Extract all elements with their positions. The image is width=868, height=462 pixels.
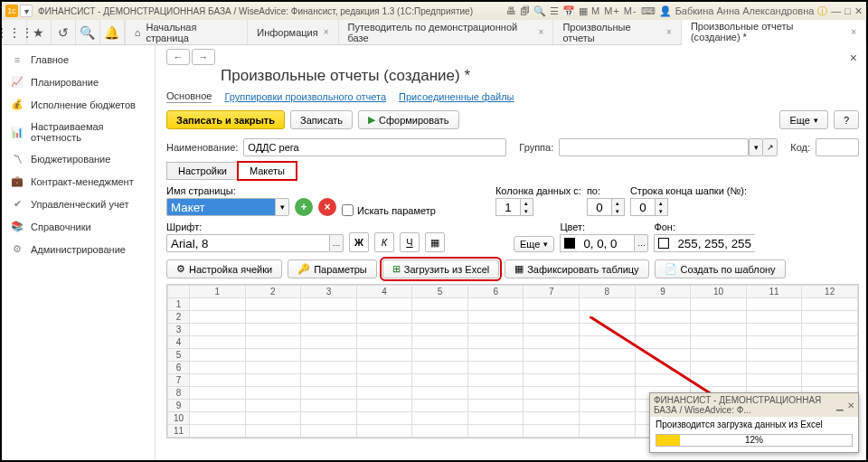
template-button[interactable]: 📄Создать по шаблону — [655, 259, 786, 278]
grid-cell[interactable] — [356, 387, 412, 400]
grid-cell[interactable] — [580, 349, 636, 362]
col-header[interactable]: 8 — [580, 286, 636, 298]
up-icon[interactable]: ▴ — [656, 199, 667, 207]
tb-icon-calc[interactable]: ⌨ — [641, 5, 656, 17]
tab-info[interactable]: Информация × — [248, 20, 338, 44]
grid-cell[interactable] — [301, 311, 357, 324]
code-input[interactable] — [816, 138, 859, 156]
grid-cell[interactable] — [190, 311, 246, 324]
grid-cell[interactable] — [691, 349, 747, 362]
history-icon[interactable]: ↺ — [52, 20, 76, 44]
row-header[interactable]: 6 — [168, 362, 190, 374]
grid-cell[interactable] — [356, 298, 412, 311]
grid-cell[interactable] — [356, 374, 412, 387]
grid-cell[interactable] — [524, 349, 580, 362]
grid-cell[interactable] — [580, 387, 636, 400]
chevron-down-icon[interactable]: ▾ — [275, 198, 289, 216]
grid-cell[interactable] — [245, 425, 301, 438]
grid-cell[interactable] — [301, 298, 357, 311]
more-button[interactable]: Еще▾ — [779, 110, 827, 129]
grid-cell[interactable] — [691, 311, 747, 324]
fill-button[interactable]: ▦ — [425, 232, 445, 252]
save-button[interactable]: Записать — [290, 110, 353, 129]
subnav-files[interactable]: Присоединенные файлы — [399, 91, 514, 102]
ellipsis-icon[interactable]: … — [634, 234, 648, 252]
more2-button[interactable]: Еще▾ — [514, 236, 554, 252]
tab-layouts[interactable]: Макеты — [238, 162, 297, 180]
grid-cell[interactable] — [190, 362, 246, 374]
grid-cell[interactable] — [524, 412, 580, 425]
col-header[interactable]: 9 — [635, 286, 691, 298]
row-header[interactable]: 2 — [168, 311, 190, 324]
grid-cell[interactable] — [245, 387, 301, 400]
up-icon[interactable]: ▴ — [612, 199, 624, 207]
tb-icon-1[interactable]: 🖶 — [506, 5, 516, 16]
fix-table-button[interactable]: ▦Зафиксировать таблицу — [505, 259, 648, 278]
grid-cell[interactable] — [746, 349, 802, 362]
tab-close-icon[interactable]: × — [539, 27, 544, 37]
grid-cell[interactable] — [412, 425, 468, 438]
underline-button[interactable]: Ч — [400, 232, 420, 252]
row-header[interactable]: 10 — [168, 412, 190, 425]
grid-cell[interactable] — [356, 349, 412, 362]
grid-cell[interactable] — [746, 311, 802, 324]
grid-cell[interactable] — [412, 412, 468, 425]
page-close-icon[interactable]: × — [850, 51, 857, 65]
tab-reports-create[interactable]: Произвольные отчеты (создание) * × — [682, 20, 866, 45]
grid-cell[interactable] — [301, 425, 357, 438]
tb-icon-3[interactable]: 🔍 — [533, 5, 546, 17]
tab-home[interactable]: ⌂ Начальная страница — [125, 20, 248, 44]
apps-icon[interactable]: ⋮⋮⋮ — [2, 20, 27, 44]
max-icon[interactable]: □ — [844, 5, 851, 16]
grid-cell[interactable] — [635, 298, 691, 311]
row-header[interactable]: 7 — [168, 374, 190, 387]
col-header[interactable]: 10 — [691, 286, 747, 298]
row-header[interactable]: 4 — [168, 336, 190, 349]
grid-cell[interactable] — [580, 400, 636, 412]
back-button[interactable]: ← — [166, 49, 190, 65]
grid-cell[interactable] — [467, 387, 524, 400]
color-input[interactable] — [580, 234, 634, 252]
grid-cell[interactable] — [802, 336, 858, 349]
row-header[interactable]: 9 — [168, 400, 190, 412]
grid-cell[interactable] — [635, 349, 691, 362]
search-param-check[interactable]: Искать параметр — [342, 204, 436, 216]
grid-cell[interactable] — [635, 374, 691, 387]
add-page-button[interactable]: + — [295, 198, 313, 216]
grid-cell[interactable] — [691, 324, 747, 336]
col-header[interactable]: 5 — [412, 286, 468, 298]
grid-cell[interactable] — [746, 336, 802, 349]
sidebar-item-planning[interactable]: 📈Планирование — [2, 71, 155, 93]
grid-cell[interactable] — [245, 324, 301, 336]
col-header[interactable]: 2 — [245, 286, 301, 298]
grid-cell[interactable] — [746, 362, 802, 374]
tab-close-icon[interactable]: × — [324, 27, 329, 37]
grid-cell[interactable] — [356, 311, 412, 324]
subnav-main[interactable]: Основное — [166, 90, 212, 103]
grid-cell[interactable] — [524, 387, 580, 400]
grid-cell[interactable] — [580, 425, 636, 438]
grid-cell[interactable] — [301, 362, 357, 374]
grid-cell[interactable] — [412, 349, 468, 362]
grid-cell[interactable] — [245, 362, 301, 374]
subnav-groupings[interactable]: Группировки произвольного отчета — [224, 91, 386, 102]
page-name-select[interactable]: ▾ — [166, 198, 289, 216]
close-icon[interactable]: ✕ — [854, 5, 863, 17]
header-end-input[interactable] — [630, 198, 656, 216]
grid-cell[interactable] — [356, 400, 412, 412]
up-icon[interactable]: ▴ — [521, 199, 533, 207]
popup-min-icon[interactable]: ▁ — [836, 401, 844, 410]
grid-cell[interactable] — [356, 362, 412, 374]
tab-close-icon[interactable]: × — [851, 27, 856, 37]
grid-cell[interactable] — [412, 362, 468, 374]
grid-cell[interactable] — [301, 412, 357, 425]
grid-cell[interactable] — [467, 324, 524, 336]
grid-cell[interactable] — [301, 400, 357, 412]
grid-cell[interactable] — [635, 311, 691, 324]
italic-button[interactable]: К — [374, 232, 394, 252]
down-icon[interactable]: ▾ — [656, 207, 667, 215]
grid-cell[interactable] — [691, 298, 747, 311]
forward-button[interactable]: → — [192, 49, 215, 65]
grid-cell[interactable] — [245, 349, 301, 362]
grid-cell[interactable] — [301, 349, 357, 362]
